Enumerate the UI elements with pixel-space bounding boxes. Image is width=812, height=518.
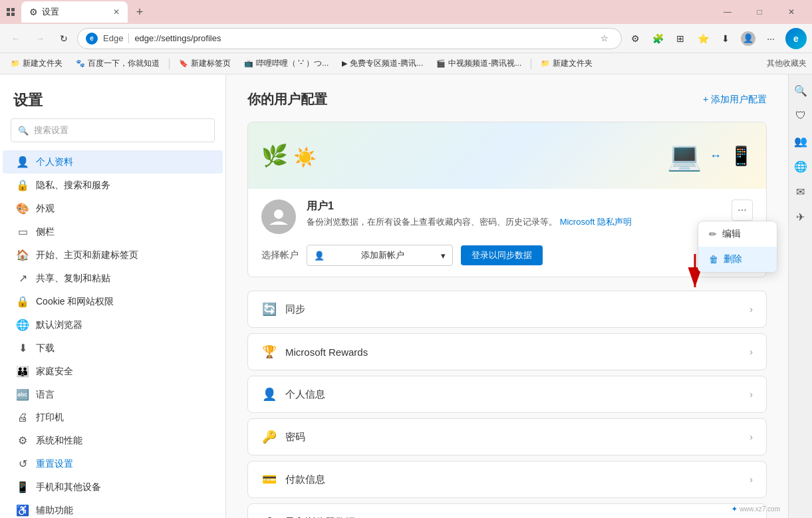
settings-more-button[interactable]: ··· xyxy=(760,28,781,49)
context-menu-edit[interactable]: ✏ 编辑 xyxy=(698,221,777,247)
bookmark-label: 哔哩哔哩（ '-' ）つ... xyxy=(256,58,329,69)
edit-label: 编辑 xyxy=(722,228,741,240)
system-nav-label: 系统和性能 xyxy=(36,435,82,447)
more-bookmarks[interactable]: 其他收藏夹 xyxy=(767,58,807,69)
sidebar-item-system[interactable]: ⚙ 系统和性能 xyxy=(3,429,223,452)
edge-logo: e xyxy=(785,28,807,49)
svg-rect-3 xyxy=(11,13,15,16)
extensions-button[interactable]: 🧩 xyxy=(647,28,668,49)
sync-button[interactable]: 登录以同步数据 xyxy=(461,245,543,265)
sidebar-plane-icon[interactable]: ✈ xyxy=(790,206,811,227)
download-nav-label: 下载 xyxy=(36,342,55,354)
profile-avatar xyxy=(261,199,296,234)
zhongshi-icon: 🎬 xyxy=(436,59,446,68)
password-settings-item[interactable]: 🔑 密码 › xyxy=(247,418,767,455)
profile-menu-button[interactable]: ··· xyxy=(732,199,753,221)
edge-label: Edge xyxy=(103,33,129,43)
sidebar-item-cookies[interactable]: 🔒 Cookie 和网站权限 xyxy=(3,290,223,313)
sidebar-email-icon[interactable]: ✉ xyxy=(790,181,811,202)
personal-info-label: 个人信息 xyxy=(285,388,742,401)
sync-label: 同步 xyxy=(285,303,742,316)
sidebar-item-share[interactable]: ↗ 共享、复制和粘贴 xyxy=(3,267,223,290)
close-button[interactable]: ✕ xyxy=(776,1,807,23)
navigation-bar: ← → ↻ e Edge edge://settings/profiles ☆ … xyxy=(0,24,812,53)
refresh-button[interactable]: ↻ xyxy=(53,28,74,49)
more-icon: ··· xyxy=(738,204,746,216)
bookmark-bilibili[interactable]: 📺 哔哩哔哩（ '-' ）つ... xyxy=(239,57,334,70)
profile-details: 用户1 备份浏览数据，在所有设备上查看收藏内容、密码、历史记录等。 Micros… xyxy=(307,199,721,228)
reset-nav-label: 重置设置 xyxy=(36,458,73,470)
settings-tab[interactable]: ⚙ 设置 ✕ xyxy=(21,1,128,23)
privacy-link[interactable]: Microsoft 隐私声明 xyxy=(560,217,632,227)
bilibili-icon: 📺 xyxy=(244,59,253,68)
split-screen-button[interactable]: ⊞ xyxy=(670,28,691,49)
context-menu-delete[interactable]: 🗑 删除 xyxy=(698,247,777,272)
favorites-toolbar-button[interactable]: ⭐ xyxy=(692,28,714,49)
svg-rect-2 xyxy=(7,13,10,16)
account-select-dropdown[interactable]: 👤 添加新帐户 ▾ xyxy=(307,245,453,266)
baidu-icon: 🐾 xyxy=(76,59,85,68)
address-bar[interactable]: e Edge edge://settings/profiles ☆ xyxy=(77,28,622,49)
bookmark-label: 新建文件夹 xyxy=(23,58,63,69)
nav-right-tools: ⚙ 🧩 ⊞ ⭐ ⬇ 👤 ··· e xyxy=(624,28,807,49)
sidebar-item-profile[interactable]: 👤 个人资料 xyxy=(3,150,223,174)
watermark: ✦ www.xz7.com xyxy=(732,505,780,513)
sidebar-item-mobile[interactable]: 📱 手机和其他设备 xyxy=(3,475,223,499)
new-tab-button[interactable]: + xyxy=(130,3,149,21)
forward-button[interactable]: → xyxy=(29,28,51,49)
tab-settings-icon: ⚙ xyxy=(29,7,38,17)
personal-info-chevron-icon: › xyxy=(749,389,753,400)
import-icon: ⬇ xyxy=(261,515,277,518)
sidebar-item-print[interactable]: 🖨 打印机 xyxy=(3,406,223,429)
collections-button[interactable]: ⚙ xyxy=(624,28,646,49)
sidebar-item-accessibility[interactable]: ♿ 辅助功能 xyxy=(3,499,223,518)
bookmark-zhongshi[interactable]: 🎬 中视频频道-腾讯视... xyxy=(431,57,527,70)
bookmark-newtab[interactable]: 🔖 新建标签页 xyxy=(174,57,236,70)
sidebar-globe-icon[interactable]: 🌐 xyxy=(790,156,811,177)
rewards-settings-item[interactable]: 🏆 Microsoft Rewards › xyxy=(247,333,767,370)
sidebar-item-privacy[interactable]: 🔒 隐私、搜索和服务 xyxy=(3,174,223,197)
tab-close-button[interactable]: ✕ xyxy=(113,7,120,17)
downloads-button[interactable]: ⬇ xyxy=(715,28,736,49)
payment-settings-item[interactable]: 💳 付款信息 › xyxy=(247,461,767,498)
profile-nav-icon: 👤 xyxy=(16,156,29,168)
back-button[interactable]: ← xyxy=(5,28,27,49)
sidebar-shield-icon[interactable]: 🛡 xyxy=(790,105,811,126)
account-label: 选择帐户 xyxy=(261,249,299,261)
banner-plant-icon: 🌿 xyxy=(261,143,288,168)
bookmark-new-folder[interactable]: 📁 新建文件夹 xyxy=(5,57,68,70)
sidebar-item-sidebar[interactable]: ▭ 侧栏 xyxy=(3,220,223,243)
folder-icon: 📁 xyxy=(11,59,20,68)
personal-info-settings-item[interactable]: 👤 个人信息 › xyxy=(247,376,767,413)
add-profile-button[interactable]: + 添加用户配置 xyxy=(703,94,767,106)
title-bar-left xyxy=(5,7,16,17)
search-settings-box[interactable]: 🔍 搜索设置 xyxy=(11,118,215,142)
sidebar-item-download[interactable]: ⬇ 下载 xyxy=(3,336,223,360)
add-account-icon: 👤 xyxy=(314,251,325,261)
appearance-nav-icon: 🎨 xyxy=(16,202,29,215)
password-icon: 🔑 xyxy=(261,430,277,444)
favorites-icon[interactable]: ☆ xyxy=(596,30,613,47)
minimize-button[interactable]: — xyxy=(712,1,743,23)
settings-sidebar: 设置 🔍 搜索设置 👤 个人资料 🔒 隐私、搜索和服务 🎨 外观 ▭ 侧栏 🏠 … xyxy=(0,74,226,518)
sidebar-item-newtab[interactable]: 🏠 开始、主页和新建标签页 xyxy=(3,243,223,267)
sidebar-item-family[interactable]: 👪 家庭安全 xyxy=(3,360,223,383)
maximize-button[interactable]: □ xyxy=(744,1,775,23)
sidebar-item-browser[interactable]: 🌐 默认浏览器 xyxy=(3,313,223,336)
accessibility-nav-label: 辅助功能 xyxy=(36,505,73,517)
sidebar-people-icon[interactable]: 👥 xyxy=(790,130,811,152)
bookmark-new-folder-2[interactable]: 📁 新建文件夹 xyxy=(535,57,598,70)
sidebar-search-icon[interactable]: 🔍 xyxy=(790,80,811,101)
bookmark-tencent-free[interactable]: ▶ 免费专区频道-腾讯... xyxy=(337,57,428,70)
add-account-label: 添加新帐户 xyxy=(361,249,404,261)
sidebar-item-reset[interactable]: ↺ 重置设置 xyxy=(3,452,223,475)
window-menu-button[interactable] xyxy=(5,7,16,17)
profile-info-section: 用户1 备份浏览数据，在所有设备上查看收藏内容、密码、历史记录等。 Micros… xyxy=(248,189,766,245)
profile-button[interactable]: 👤 xyxy=(738,28,759,49)
sidebar-item-appearance[interactable]: 🎨 外观 xyxy=(3,197,223,220)
rewards-chevron-icon: › xyxy=(749,346,753,357)
right-sidebar: 🔍 🛡 👥 🌐 ✉ ✈ xyxy=(788,74,812,518)
bookmark-baidu[interactable]: 🐾 百度一下，你就知道 xyxy=(70,57,165,70)
sidebar-item-language[interactable]: 🔤 语言 xyxy=(3,383,223,406)
import-settings-item[interactable]: ⬇ 导入浏览器数据 › xyxy=(247,503,767,518)
